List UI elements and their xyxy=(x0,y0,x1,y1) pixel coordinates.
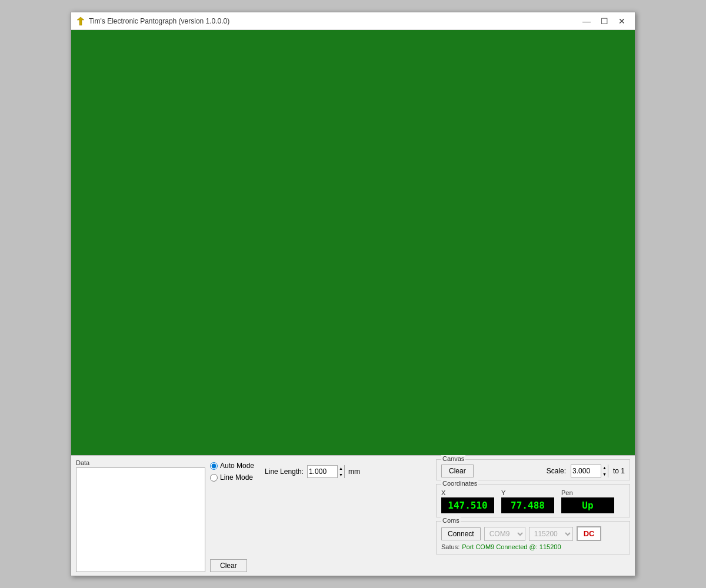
bottom-panel: Data Auto Mode Line Mode xyxy=(71,455,635,576)
coms-row: Connect COM9 115200 DC xyxy=(441,526,625,541)
x-coord: X 147.510 xyxy=(441,489,494,513)
data-textarea[interactable] xyxy=(76,467,205,572)
y-coord: Y 77.488 xyxy=(501,489,554,513)
main-window: Tim's Electronic Pantograph (version 1.0… xyxy=(71,12,635,576)
svg-marker-0 xyxy=(77,17,84,25)
line-length-label: Line Length: xyxy=(265,467,304,476)
line-length-spinner: ▲ ▼ xyxy=(337,465,344,478)
auto-mode-option[interactable]: Auto Mode xyxy=(210,462,254,470)
baud-rate-select[interactable]: 115200 xyxy=(529,527,573,541)
canvas-controls-row: Clear Scale: ▲ ▼ to 1 xyxy=(441,465,625,477)
pen-coord: Pen Up xyxy=(561,489,614,513)
middle-section: Auto Mode Line Mode Line Length: ▲ xyxy=(210,459,431,572)
status-value: Port COM9 Connected @: 115200 xyxy=(462,543,561,550)
coms-label: Coms xyxy=(441,517,461,524)
coms-group: Coms Connect COM9 115200 DC Satus: Port xyxy=(436,521,630,554)
data-clear-button[interactable]: Clear xyxy=(210,559,247,572)
line-length-input-container: ▲ ▼ xyxy=(307,465,345,478)
coordinates-label: Coordinates xyxy=(441,480,478,487)
connect-button[interactable]: Connect xyxy=(441,527,481,540)
data-label: Data xyxy=(76,459,205,466)
line-mode-label: Line Mode xyxy=(220,473,253,482)
scale-input[interactable] xyxy=(571,465,601,477)
scale-spinner: ▲ ▼ xyxy=(601,465,608,477)
mm-label: mm xyxy=(348,467,360,476)
line-length-up[interactable]: ▲ xyxy=(338,465,344,472)
status-bar: Satus: Port COM9 Connected @: 115200 xyxy=(441,542,625,550)
title-bar: Tim's Electronic Pantograph (version 1.0… xyxy=(71,12,635,30)
scale-down[interactable]: ▼ xyxy=(601,471,608,477)
scale-up[interactable]: ▲ xyxy=(601,465,608,471)
bottom-row: Data Auto Mode Line Mode xyxy=(76,459,630,572)
app-icon xyxy=(76,16,85,26)
line-mode-option[interactable]: Line Mode xyxy=(210,473,254,482)
line-mode-radio[interactable] xyxy=(210,474,218,482)
coordinates-group: Coordinates X 147.510 Y 77.488 Pen Up xyxy=(436,484,630,517)
x-label: X xyxy=(441,489,494,496)
com-port-select[interactable]: COM9 xyxy=(484,527,525,541)
right-section: Canvas Clear Scale: ▲ ▼ to 1 xyxy=(436,459,630,572)
mode-row: Auto Mode Line Mode Line Length: ▲ xyxy=(210,462,431,482)
y-value: 77.488 xyxy=(501,497,554,513)
window-controls: — ☐ ✕ xyxy=(578,15,630,28)
window-title: Tim's Electronic Pantograph (version 1.0… xyxy=(89,17,578,25)
coord-row: X 147.510 Y 77.488 Pen Up xyxy=(441,489,625,513)
minimize-button[interactable]: — xyxy=(578,15,595,28)
maximize-button[interactable]: ☐ xyxy=(596,15,612,28)
pen-value: Up xyxy=(561,497,614,513)
scale-label: Scale: xyxy=(547,467,566,475)
canvas-group-label: Canvas xyxy=(441,455,465,462)
dc-button[interactable]: DC xyxy=(577,526,602,541)
data-section: Data xyxy=(76,459,205,572)
mode-radio-group: Auto Mode Line Mode xyxy=(210,462,254,482)
line-length-row: Line Length: ▲ ▼ mm xyxy=(265,465,360,478)
canvas-group: Canvas Clear Scale: ▲ ▼ to 1 xyxy=(436,459,630,480)
pen-label: Pen xyxy=(561,489,614,496)
auto-mode-label: Auto Mode xyxy=(220,462,254,470)
close-button[interactable]: ✕ xyxy=(614,15,630,28)
line-length-down[interactable]: ▼ xyxy=(338,472,344,478)
scale-input-container: ▲ ▼ xyxy=(571,465,608,477)
to-one-label: to 1 xyxy=(613,467,625,475)
auto-mode-radio[interactable] xyxy=(210,462,218,470)
canvas-clear-button[interactable]: Clear xyxy=(441,465,474,477)
status-label: Satus: xyxy=(441,543,459,550)
drawing-canvas[interactable] xyxy=(71,30,635,455)
y-label: Y xyxy=(501,489,554,496)
line-length-input[interactable] xyxy=(308,466,337,477)
x-value: 147.510 xyxy=(441,497,494,513)
